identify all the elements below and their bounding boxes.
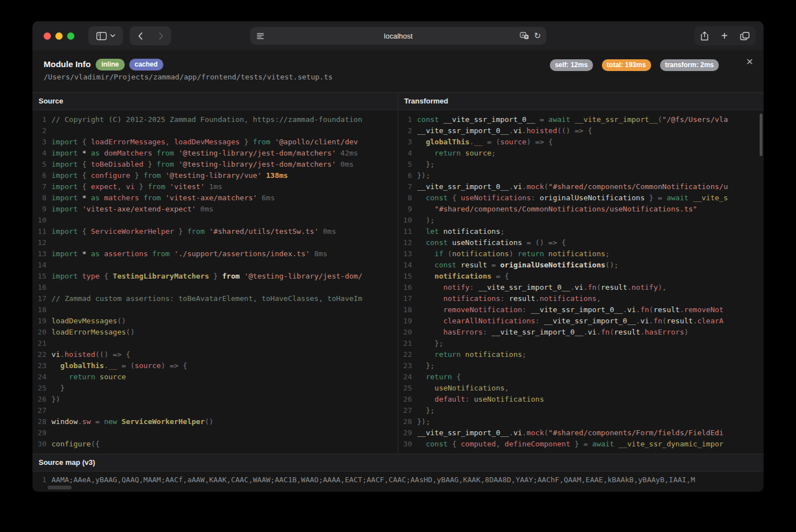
- code-line: 22 return notifications;: [398, 349, 764, 360]
- transformed-code: 1const __vite_ssr_import_0__ = await __v…: [398, 110, 764, 454]
- line-number: 27: [32, 405, 51, 416]
- line-number: 20: [398, 327, 417, 338]
- sourcemap-title: Source map (v3): [32, 454, 764, 472]
- sidebar-toggle-button[interactable]: [88, 26, 123, 45]
- code-line: 22vi.hoisted(() => {: [32, 349, 398, 360]
- browser-window: localhost A✦ ↻ + Module Info inlinecache…: [32, 21, 764, 492]
- module-badges: inlinecached: [96, 59, 168, 69]
- line-number: 26: [398, 394, 417, 405]
- code-line: 2__vite_ssr_import_0__.vi.hoisted(() => …: [398, 125, 764, 136]
- line-number: 1: [398, 114, 417, 125]
- code-line: 19loadDevMessages(): [32, 316, 398, 327]
- line-number: 9: [32, 204, 51, 215]
- code-line: 10 );: [398, 215, 764, 226]
- code-line: 26}): [32, 394, 398, 405]
- line-number: 17: [398, 293, 417, 304]
- line-number: 2: [32, 125, 51, 136]
- new-tab-icon[interactable]: +: [721, 30, 728, 41]
- code-line: 8import * as matchers from 'vitest-axe/m…: [32, 192, 398, 204]
- line-number: 6: [32, 170, 51, 181]
- code-line: 17// Zammad custom assertions: toBeAvata…: [32, 293, 398, 304]
- line-number: 18: [398, 304, 417, 316]
- line-number: 27: [398, 405, 417, 416]
- line-number: 14: [398, 260, 417, 271]
- line-number: 5: [32, 159, 51, 170]
- code-line: 3 globalThis.__ = (source) => {: [398, 136, 764, 148]
- code-line: 13 if (notifications) return notificatio…: [398, 248, 764, 260]
- badge: inline: [96, 59, 124, 70]
- address-bar[interactable]: localhost A✦ ↻: [250, 27, 547, 45]
- line-number: 7: [32, 181, 51, 192]
- line-number: 9: [398, 204, 417, 215]
- window-zoom-button[interactable]: [67, 32, 74, 40]
- line-number: 3: [32, 136, 51, 148]
- line-number: 30: [398, 439, 417, 450]
- svg-text:✦: ✦: [525, 35, 529, 39]
- code-line: 6});: [398, 170, 764, 181]
- code-line: 30 const { computed, defineComponent } =…: [398, 439, 764, 450]
- code-line: 27 };: [398, 405, 764, 416]
- code-line: 7__vite_ssr_import_0__.vi.mock("#shared/…: [398, 181, 764, 192]
- translate-icon[interactable]: A✦: [520, 32, 529, 40]
- code-line: 23 };: [398, 360, 764, 371]
- code-line: 1// Copyright (C) 2012-2025 Zammad Found…: [32, 114, 398, 125]
- code-line: 19 clearAllNotifications: __vite_ssr_imp…: [398, 316, 764, 327]
- line-number: 30: [32, 439, 51, 450]
- code-line: 2: [32, 125, 398, 136]
- code-line: 16 notify: __vite_ssr_import_0__.vi.fn(r…: [398, 282, 764, 293]
- badge: cached: [129, 59, 163, 70]
- code-line: 20 hasErrors: __vite_ssr_import_0__.vi.f…: [398, 327, 764, 338]
- line-number: 13: [32, 248, 51, 260]
- code-line: 16: [32, 282, 398, 293]
- line-number: 3: [398, 136, 417, 148]
- code-line: 28window.sw = new ServiceWorkerHelper(): [32, 416, 398, 427]
- line-number: 1: [32, 114, 51, 125]
- line-number: 19: [398, 316, 417, 327]
- badge: self: 12ms: [550, 59, 593, 71]
- code-line: 9import 'vitest-axe/extend-expect' 0ms: [32, 204, 398, 215]
- line-number: 4: [398, 148, 417, 159]
- code-line: 5 };: [398, 159, 764, 170]
- share-icon[interactable]: [700, 31, 709, 41]
- line-number: 14: [32, 260, 51, 271]
- code-line: 1const __vite_ssr_import_0__ = await __v…: [398, 114, 764, 125]
- sourcemap-section: Source map (v3) 1 AAMA;AAeA,yBAAG,QAAQ,M…: [32, 454, 764, 492]
- code-line: 12: [32, 237, 398, 248]
- line-number: 15: [32, 271, 51, 282]
- tab-overview-icon[interactable]: [740, 32, 750, 40]
- vertical-scrollbar[interactable]: [760, 114, 762, 156]
- module-info-header: Module Info inlinecached /Users/vladimir…: [32, 50, 764, 93]
- line-number: 28: [32, 416, 51, 427]
- line-number: 24: [398, 371, 417, 383]
- line-number: 5: [398, 159, 417, 170]
- module-file-path: /Users/vladimir/Projects/zammad/app/fron…: [44, 73, 752, 81]
- code-line: 13import * as assertions from './support…: [32, 248, 398, 260]
- code-line: 11import { ServiceWorkerHelper } from '#…: [32, 226, 398, 237]
- line-number: 20: [32, 327, 51, 338]
- code-line: 6import { configure } from '@testing-lib…: [32, 170, 398, 181]
- forward-button[interactable]: [150, 26, 171, 45]
- traffic-lights: [44, 32, 74, 40]
- line-number: 12: [32, 237, 51, 248]
- code-line: 21: [32, 338, 398, 349]
- back-button[interactable]: [130, 26, 150, 45]
- transformed-panel: Transformed 1const __vite_ssr_import_0__…: [398, 93, 764, 454]
- close-icon[interactable]: ✕: [746, 57, 753, 67]
- line-number: 18: [32, 304, 51, 316]
- line-number: 11: [398, 226, 417, 237]
- horizontal-scrollbar[interactable]: [48, 486, 72, 489]
- line-number: 11: [32, 226, 51, 237]
- toolbar-right-buttons: +: [694, 26, 756, 45]
- code-line: 24 return source: [32, 371, 398, 383]
- window-minimize-button[interactable]: [55, 32, 63, 40]
- svg-text:A: A: [522, 33, 525, 37]
- reload-icon[interactable]: ↻: [534, 32, 541, 40]
- browser-toolbar: localhost A✦ ↻ +: [32, 21, 764, 50]
- code-line: 18 removeNotification: __vite_ssr_import…: [398, 304, 764, 316]
- code-line: 21 };: [398, 338, 764, 349]
- code-line: 15 notifications = {: [398, 271, 764, 282]
- line-number: 16: [398, 282, 417, 293]
- code-line: 18: [32, 304, 398, 316]
- window-close-button[interactable]: [44, 32, 51, 40]
- line-number: 25: [398, 383, 417, 394]
